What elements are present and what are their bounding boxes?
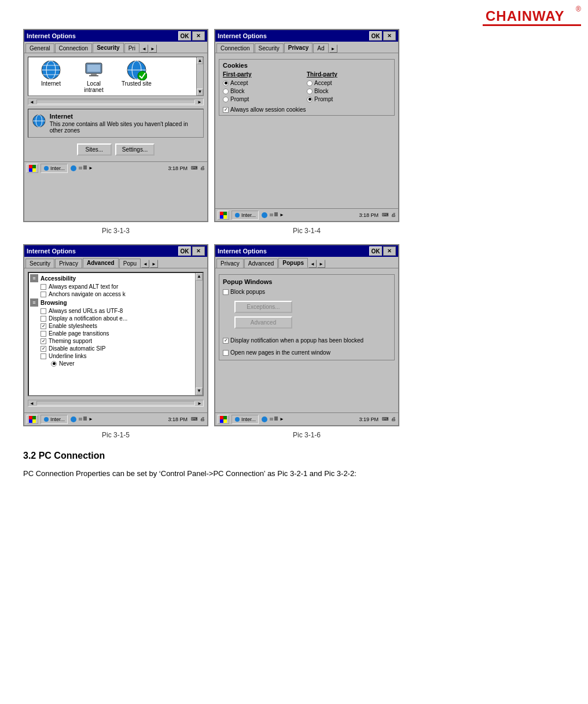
session-cookies-row[interactable]: Always allow session cookies (223, 106, 391, 113)
tab-popups-6[interactable]: Popups (278, 258, 308, 268)
tab-advanced-4[interactable]: Ad (313, 43, 328, 53)
item-anchors[interactable]: Anchors navigate on access k (30, 291, 201, 297)
start-button-3-1-3[interactable] (27, 164, 38, 173)
taskbar-item-3-1-4[interactable]: Inter... (231, 211, 259, 220)
tab-right-arrow[interactable]: ► (149, 45, 157, 53)
block-popups-checkbox[interactable] (223, 289, 229, 295)
svg-rect-30 (220, 215, 223, 219)
cb-underline[interactable] (41, 353, 46, 359)
tab-left-arrow-5[interactable]: ◄ (141, 260, 149, 268)
advanced-button[interactable]: Advanced (234, 316, 292, 329)
ok-button-3-1-6[interactable]: OK (369, 246, 382, 256)
close-button-3-1-6[interactable]: ✕ (383, 246, 396, 256)
svg-rect-22 (29, 168, 32, 172)
tab-right-arrow-4[interactable]: ► (329, 45, 337, 53)
zone-intranet[interactable]: Localintranet (74, 60, 114, 93)
adv-list-scrollbar[interactable]: ▲ ▼ (195, 273, 203, 395)
zone-trusted[interactable]: Trusted site (116, 60, 157, 93)
cb-stylesheets[interactable] (41, 323, 46, 329)
tab-security-5[interactable]: Security (25, 259, 54, 268)
section-3-2-text: PC Connection Properties can be set by ‘… (23, 468, 565, 480)
item-notification[interactable]: Display a notification about e... (30, 315, 201, 322)
radio-accept-2-circle[interactable] (307, 80, 313, 86)
item-alt-text[interactable]: Always expand ALT text for (30, 283, 201, 290)
item-stylesheets[interactable]: Enable stylesheets (30, 323, 201, 329)
radio-block-1[interactable]: Block (223, 88, 307, 94)
close-button-3-1-4[interactable]: ✕ (383, 31, 396, 40)
item-sip[interactable]: Disable automatic SIP (30, 345, 201, 352)
tab-advanced-6[interactable]: Advanced (244, 259, 278, 268)
radio-accept-1[interactable]: Accept (223, 80, 307, 86)
cb-notification[interactable] (41, 316, 46, 322)
close-button-3-1-5[interactable]: ✕ (192, 246, 205, 256)
zone-intranet-label: Localintranet (84, 80, 103, 93)
tab-privacy-6[interactable]: Privacy (216, 259, 244, 268)
adv-horiz-scrollbar[interactable]: ◄ ► (28, 400, 204, 407)
radio-block-2[interactable]: Block (307, 88, 391, 94)
item-theming[interactable]: Theming support (30, 338, 201, 344)
exceptions-button[interactable]: Exceptions... (234, 301, 292, 313)
svg-rect-3 (483, 24, 581, 26)
cb-anchors[interactable] (41, 292, 46, 297)
start-button-3-1-6[interactable] (218, 415, 229, 424)
tab-connection-4[interactable]: Connection (216, 43, 254, 53)
tab-right-arrow-6[interactable]: ► (317, 260, 325, 268)
ok-button-3-1-3[interactable]: OK (178, 31, 191, 40)
item-never[interactable]: Never (30, 360, 201, 367)
radio-prompt-1-circle[interactable] (223, 97, 229, 102)
cb-utf8[interactable] (41, 308, 46, 314)
taskbar-item-3-1-3[interactable]: Inter... (41, 164, 68, 173)
arrow-taskbar: ► (89, 165, 93, 171)
start-button-3-1-4[interactable] (218, 211, 229, 220)
ok-button-3-1-4[interactable]: OK (369, 31, 382, 40)
tab-advanced-5[interactable]: Advanced (83, 258, 119, 268)
item-underline[interactable]: Underline links (30, 353, 201, 359)
open-pages-row[interactable]: Open new pages in the current window (223, 349, 391, 356)
svg-point-41 (71, 416, 76, 422)
window-pic-3-1-3: Internet Options OK ✕ General Connection… (23, 29, 208, 222)
display-notif-row[interactable]: Display notification when a popup has be… (223, 337, 391, 344)
radio-prompt-2[interactable]: Prompt (307, 96, 391, 102)
close-button-3-1-3[interactable]: ✕ (192, 31, 205, 40)
block-popups-row[interactable]: Block popups (223, 289, 391, 295)
content-3-1-3: Internet Localintranet (24, 53, 207, 161)
tab-left-arrow-6[interactable]: ◄ (308, 260, 317, 268)
item-transitions[interactable]: Enable page transitions (30, 330, 201, 337)
ok-button-3-1-5[interactable]: OK (178, 246, 191, 256)
zone-internet[interactable]: Internet (31, 60, 71, 93)
tab-connection[interactable]: Connection (55, 43, 93, 53)
radio-prompt-1[interactable]: Prompt (223, 96, 307, 102)
settings-button[interactable]: Settings... (115, 143, 155, 156)
radio-block-2-circle[interactable] (307, 89, 313, 94)
radio-block-1-circle[interactable] (223, 89, 229, 94)
content-3-1-6: Popup Windows Block popups Exceptions...… (215, 268, 398, 412)
start-button-3-1-5[interactable] (27, 415, 38, 424)
sites-button[interactable]: Sites... (77, 143, 112, 156)
radio-accept-2[interactable]: Accept (307, 80, 391, 86)
cb-alt-text[interactable] (41, 284, 46, 290)
taskbar-3-1-6: Inter... ► 3:19 PM ⌨ 🖨 (215, 412, 398, 425)
zones-scrollbar[interactable]: ▲ ▼ (196, 57, 203, 95)
tab-general[interactable]: General (25, 43, 54, 53)
item-utf8[interactable]: Always send URLs as UTF-8 (30, 308, 201, 314)
cb-theming[interactable] (41, 338, 46, 344)
tab-privacy-3[interactable]: Pri (124, 43, 139, 53)
radio-prompt-2-circle[interactable] (307, 97, 313, 102)
taskbar-item-3-1-6[interactable]: Inter... (231, 415, 259, 424)
cb-sip[interactable] (41, 346, 46, 352)
open-pages-checkbox[interactable] (223, 350, 229, 356)
tab-left-arrow[interactable]: ◄ (140, 45, 148, 53)
tab-privacy-4[interactable]: Privacy (284, 43, 313, 53)
horiz-scrollbar[interactable]: ◄ ► (28, 98, 204, 105)
tab-privacy-5[interactable]: Privacy (55, 259, 82, 268)
taskbar-item-3-1-5[interactable]: Inter... (41, 415, 68, 424)
radio-never[interactable] (51, 361, 57, 367)
tab-security[interactable]: Security (93, 43, 123, 53)
tab-security-4[interactable]: Security (255, 43, 284, 53)
radio-accept-1-circle[interactable] (223, 80, 229, 86)
tab-right-arrow-5[interactable]: ► (150, 260, 158, 268)
session-cookies-checkbox[interactable] (223, 107, 229, 113)
display-notif-checkbox[interactable] (223, 338, 229, 344)
tab-popups-5[interactable]: Popu (119, 259, 141, 268)
cb-transitions[interactable] (41, 331, 46, 337)
